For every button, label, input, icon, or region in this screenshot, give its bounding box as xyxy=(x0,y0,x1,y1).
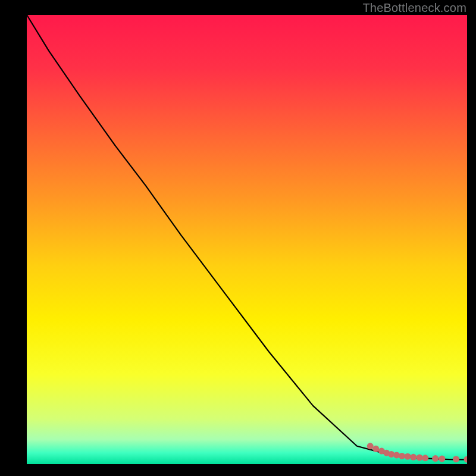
chart-frame: TheBottleneck.com xyxy=(0,0,476,476)
marker-point xyxy=(432,455,439,462)
marker-point xyxy=(439,455,445,462)
marker-point xyxy=(399,453,405,459)
credit-text: TheBottleneck.com xyxy=(362,1,466,15)
marker-point xyxy=(405,453,411,460)
marker-point xyxy=(422,455,428,461)
marker-point xyxy=(372,446,379,452)
marker-point xyxy=(367,443,374,449)
bottleneck-chart xyxy=(0,0,476,476)
marker-point xyxy=(453,456,459,462)
plot-background xyxy=(27,15,467,464)
marker-point xyxy=(416,455,423,461)
marker-point xyxy=(410,454,416,461)
marker-point xyxy=(464,456,471,463)
